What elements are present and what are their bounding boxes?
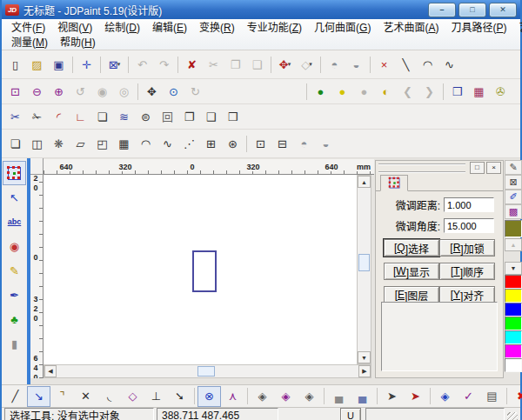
copy-contour-1-button[interactable]: ❐ [178,106,200,128]
menu-item-0[interactable]: 测量(M) [5,33,54,50]
zoom-all-button[interactable]: ◉ [91,81,113,103]
light-pick-button[interactable]: ● [353,81,375,103]
nc-cutter-tool-button[interactable]: ▮ [3,331,26,356]
nudge-angle-field[interactable]: 15.000 [444,218,494,233]
nudge-distance-field[interactable]: 1.000 [444,197,494,212]
color-scroll-track[interactable] [505,251,522,262]
ring-array-button[interactable]: ⊛ [222,133,244,155]
surface-snap-direction-button[interactable]: ▄ [351,386,374,407]
color-swatch[interactable] [505,317,522,330]
layer-mode-button[interactable]: [E]图层 [384,286,439,303]
delete-small-button[interactable]: × [373,54,395,76]
draw-spline-button[interactable]: ∿ [438,54,460,76]
vertical-scroll-thumb[interactable] [358,254,370,271]
menu-item-9[interactable]: 艺术绘制(Y) [512,18,522,35]
horizontal-scrollbar[interactable]: ◀ ▶ [44,364,371,378]
lock-mode-button[interactable]: [R]加锁 [439,239,495,257]
text-tool-button[interactable]: abc [3,210,26,234]
ungroup-button[interactable]: ⊟ [271,133,293,155]
node-edit-tool-button[interactable]: ↖ [3,185,26,210]
redo-button[interactable]: ↷ [153,54,175,76]
pen-color-button[interactable]: ✎ [505,160,522,175]
menu-item-8[interactable]: 刀具路径(P) [445,18,512,35]
menu-item-5[interactable]: 专业功能(Z) [241,18,308,35]
copy-translate-button[interactable]: ❏ [4,133,26,155]
group-button[interactable]: ⊡ [250,133,271,155]
snap-grid-button[interactable]: ⊗ [197,386,221,407]
select-mode-button[interactable]: [Q]选择 [384,239,439,257]
color-swatch[interactable] [505,330,522,344]
stamp-dome-button[interactable]: ◓ [324,54,345,76]
pick-remove-button[interactable]: ➤ [404,386,427,407]
undo-button[interactable]: ↶ [131,54,153,76]
close-button[interactable]: ✕ [489,3,517,17]
vertical-scrollbar[interactable]: ▲ ▼ [357,175,371,364]
color-swatch[interactable] [505,289,522,303]
minimize-button[interactable]: – [428,3,456,17]
rect-array-button[interactable]: ▦ [113,133,135,155]
multi-offset-button[interactable]: ≋ [113,106,135,128]
view-3d-button[interactable]: ◇▾ [296,54,318,76]
maximize-button[interactable]: □ [458,3,486,17]
snap-perpendicular-button[interactable]: ⊥ [144,386,168,407]
grid-array-button[interactable]: ⊞ [200,133,222,155]
unit-toggle-button[interactable]: U [340,408,361,420]
snap-arc-button[interactable]: ◟ [97,386,121,407]
pen-tool-button[interactable]: ✒ [3,283,26,307]
trim-curve-button[interactable]: ✁ [26,106,48,128]
color-scroll-down-icon[interactable]: ▼ [505,262,522,275]
draw-line-button[interactable]: ╲ [395,54,417,76]
order-mode-button[interactable]: [T]顺序 [439,263,495,280]
cancel-button[interactable]: ✖ [510,386,522,407]
stamp-dome-2-button[interactable]: ◓ [293,133,315,155]
scroll-right-icon[interactable]: ▶ [358,365,371,377]
scroll-up-icon[interactable]: ▲ [358,176,371,188]
mirror-button[interactable]: ◫ [26,133,48,155]
menu-item-3[interactable]: 编辑(E) [146,18,193,35]
menu-item-2[interactable]: 绘制(D) [98,18,146,35]
no-color-button[interactable]: ⊠ [505,175,522,190]
arc-array-button[interactable]: ◠ [135,133,157,155]
pick-add-button[interactable]: ➤ [380,386,404,407]
transform-button[interactable]: ✥▾ [274,54,296,76]
panel-drag-handle[interactable] [378,163,465,173]
snap-options-button[interactable]: ▤ [480,386,504,407]
layer-manager-button[interactable]: ❒ [446,81,468,103]
color-swatch[interactable] [505,358,522,372]
save-file-button[interactable]: ▣ [48,54,70,76]
transform-dropdown-icon[interactable]: ▾ [288,61,291,68]
color-swatch[interactable] [505,275,522,289]
path-array-button[interactable]: ⋰ [178,133,200,155]
new-file-button[interactable]: ▯ [4,54,26,76]
scroll-left-icon[interactable]: ◀ [44,365,57,377]
fillet-button[interactable]: ◜ [48,106,70,128]
curve-array-button[interactable]: ∿ [157,133,178,155]
drawing-canvas[interactable] [44,175,357,364]
plane-snap-left-button[interactable]: ◈ [251,386,274,407]
view-3d-dropdown-icon[interactable]: ▾ [309,61,312,68]
menu-item-1[interactable]: 帮助(H) [54,33,102,50]
sketch-tool-button[interactable]: ✎ [3,258,26,283]
snap-intersection-button[interactable]: ✕ [74,386,97,407]
light-green-button[interactable]: ● [310,81,331,103]
zoom-previous-button[interactable]: ↺ [70,81,91,103]
plane-snap-top-button[interactable]: ◈ [274,386,298,407]
pan-view-button[interactable]: ✥ [141,81,163,103]
color-swatch[interactable] [505,344,522,358]
offset-curve-button[interactable]: ❏ [91,106,113,128]
snap-endpoint-button[interactable]: ╱ [3,386,27,407]
chamfer-button[interactable]: ∟ [70,106,91,128]
rotate-copy-button[interactable]: ❋ [48,133,70,155]
snap-entity-button[interactable]: ↘ [27,386,50,407]
resize-grip[interactable] [507,412,518,420]
cut-curve-button[interactable]: ✂ [4,106,26,128]
color-swatch[interactable] [505,303,522,317]
select-tool-button[interactable] [3,161,26,185]
zoom-window-button[interactable]: ⊡ [4,81,26,103]
horizontal-scroll-thumb[interactable] [197,366,215,377]
snap-verify-button[interactable]: ✓ [457,386,480,407]
paste-point-button[interactable]: ✛ [76,54,97,76]
light-yellow-button[interactable]: ● [331,81,353,103]
zoom-in-button[interactable]: ⊕ [48,81,70,103]
material-lamp-button[interactable]: ✇ [490,81,512,103]
